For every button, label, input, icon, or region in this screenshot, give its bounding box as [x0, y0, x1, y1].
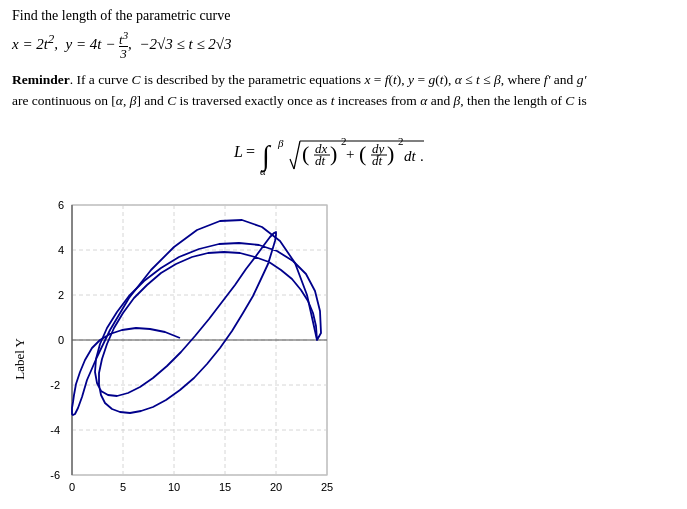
graph-area: Label Y: [12, 195, 675, 509]
svg-text:.: .: [420, 148, 424, 164]
svg-text:-2: -2: [50, 379, 60, 391]
svg-text:0: 0: [58, 334, 64, 346]
svg-text:β: β: [277, 137, 284, 149]
svg-text:20: 20: [270, 481, 282, 493]
svg-line-6: [294, 141, 300, 169]
svg-text:α: α: [260, 165, 266, 177]
svg-text:-6: -6: [50, 469, 60, 481]
svg-text:(: (: [359, 141, 366, 166]
svg-text:): ): [387, 141, 394, 166]
svg-text:L: L: [233, 143, 243, 160]
graph-wrapper: 6 4 2 0 -2 -4 -6 0 5 10 15 20 25 Label X: [32, 195, 342, 509]
svg-text:-4: -4: [50, 424, 60, 436]
svg-text:(: (: [302, 141, 309, 166]
svg-text:6: 6: [58, 199, 64, 211]
svg-text:15: 15: [219, 481, 231, 493]
svg-line-5: [290, 159, 294, 169]
svg-text:dt: dt: [372, 153, 383, 168]
svg-text:): ): [330, 141, 337, 166]
svg-text:2: 2: [58, 289, 64, 301]
y-axis-label: Label Y: [12, 338, 28, 380]
svg-text:25: 25: [321, 481, 333, 493]
svg-text:5: 5: [120, 481, 126, 493]
svg-text:+: +: [346, 146, 354, 162]
svg-text:dt: dt: [404, 148, 417, 164]
formula-container: L = ∫ α β ( dx dt ) 2 + ( dy dt ) 2 dt .: [12, 121, 675, 185]
reminder-block: Reminder. If a curve C is described by t…: [12, 70, 675, 111]
equation-line: x = 2t2, y = 4t − t33, −2√3 ≤ t ≤ 2√3: [12, 30, 675, 60]
svg-text:10: 10: [168, 481, 180, 493]
svg-text:0: 0: [69, 481, 75, 493]
formula-svg: L = ∫ α β ( dx dt ) 2 + ( dy dt ) 2 dt .: [224, 121, 464, 181]
graph-svg: 6 4 2 0 -2 -4 -6 0 5 10 15 20 25: [32, 195, 342, 505]
svg-text:=: =: [246, 143, 255, 160]
svg-text:2: 2: [398, 135, 404, 147]
svg-text:4: 4: [58, 244, 64, 256]
svg-text:dt: dt: [315, 153, 326, 168]
title: Find the length of the parametric curve: [12, 8, 675, 24]
